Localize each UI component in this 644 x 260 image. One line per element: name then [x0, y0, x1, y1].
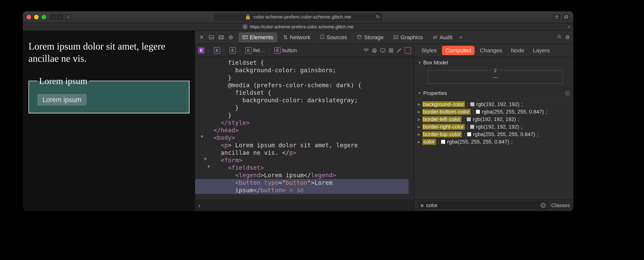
selected-dom-node: <button type="button">Lorem	[195, 179, 408, 186]
tab-audit[interactable]: ⇄ Audit	[429, 32, 456, 42]
computed-properties-list[interactable]: ▶ background-color: rgb(192, 192, 192); …	[414, 99, 573, 199]
url-bar[interactable]: 🔒 color-scheme-prefers-color-scheme.glit…	[214, 13, 382, 21]
svg-rect-4	[565, 16, 568, 18]
devtools-left-icons: ✕	[198, 34, 234, 41]
svg-rect-3	[564, 16, 567, 18]
color-swatch	[476, 110, 480, 114]
devtools-tabstrip: ✕ Elements	[195, 31, 573, 44]
svg-rect-29	[392, 51, 393, 52]
overflow-tabs-button[interactable]: »	[460, 34, 462, 40]
page-fieldset: Lorem ipsum Lorem ipsum	[28, 76, 190, 113]
color-swatch	[470, 125, 474, 129]
lock-icon: 🔒	[245, 14, 251, 20]
close-devtools-button[interactable]: ✕	[198, 34, 205, 41]
svg-rect-20	[364, 49, 368, 50]
paintbrush-icon[interactable]	[397, 47, 401, 54]
prop-row[interactable]: ▶ color: rgba(255, 255, 255, 0.847);	[418, 138, 570, 146]
page-button[interactable]: Lorem ipsum	[37, 94, 87, 106]
tab-elements[interactable]: Elements	[238, 32, 277, 42]
color-swatch	[441, 140, 445, 144]
crumb-1[interactable]: E	[214, 47, 220, 54]
page-viewport: Lorem ipsum dolor sit amet, legere ancil…	[23, 31, 195, 211]
audit-icon: ⇄	[433, 34, 437, 40]
layout-mode-icon[interactable]	[364, 47, 368, 54]
svg-rect-26	[389, 49, 391, 50]
crumb-fieldset[interactable]: Efiel…	[245, 47, 265, 54]
prop-row[interactable]: ▶ border-left-color: rgb(192, 192, 192);	[418, 115, 570, 123]
graphics-icon	[394, 34, 398, 40]
devtools-panel: ✕ Elements	[195, 31, 573, 211]
dom-tree[interactable]: fieldset { background-color: gainsboro; …	[195, 57, 414, 200]
rtab-changes[interactable]: Changes	[476, 46, 506, 55]
settings-gear-icon[interactable]: ⚙	[565, 34, 570, 40]
tab-title[interactable]: https://color-scheme-prefers-color-schem…	[250, 24, 354, 30]
prop-row[interactable]: ▶ border-top-color: rgba(255, 255, 255, …	[418, 131, 570, 138]
search-icon[interactable]	[557, 34, 562, 40]
prop-row[interactable]: ▶ background-color: rgb(192, 192, 192);	[418, 100, 570, 108]
prop-row[interactable]: ▶ border-right-color: rgb(192, 192, 192)…	[418, 123, 570, 131]
prop-row[interactable]: ▶ border-bottom-color: rgba(255, 255, 25…	[418, 108, 570, 115]
page-paragraph: Lorem ipsum dolor sit amet, legere ancil…	[28, 40, 190, 65]
svg-rect-24	[380, 49, 385, 52]
dock-right-icon[interactable]	[218, 34, 224, 41]
svg-rect-27	[392, 49, 393, 50]
tab-favicon: C	[242, 24, 248, 29]
filter-options-icon[interactable]: ≡	[565, 91, 570, 96]
elements-icon	[242, 34, 248, 40]
styles-sidebar: Styles Computed Changes Node Layers ▼ Bo…	[414, 44, 573, 211]
tab-sources[interactable]: Sources	[316, 32, 351, 42]
filter-icon: ◉	[420, 203, 424, 208]
tab-storage[interactable]: Storage	[353, 32, 388, 42]
box-model-header[interactable]: ▼ Box Model	[414, 57, 573, 68]
tab-graphics[interactable]: Graphics	[390, 32, 427, 42]
box-model-diagram: 2 —	[414, 68, 573, 88]
crumb-2[interactable]: E	[230, 47, 236, 54]
window-zoom-button[interactable]	[42, 15, 46, 19]
sidebar-toggle-button[interactable]	[66, 14, 72, 20]
titlebar: ‹ › 🔒 color-scheme-prefers-color-scheme.…	[23, 11, 573, 23]
tab-network[interactable]: ⇅ Network	[279, 32, 314, 42]
dock-bottom-icon[interactable]	[208, 34, 214, 41]
crumb-root[interactable]: E	[198, 47, 204, 54]
crumb-button[interactable]: Ebutton	[274, 47, 297, 54]
toolbar-right	[554, 14, 570, 20]
tabs-overview-button[interactable]	[563, 14, 570, 20]
color-swatch	[470, 102, 474, 106]
console-prompt-icon: ›	[198, 202, 200, 209]
reload-icon[interactable]: ↻	[376, 14, 380, 20]
filter-input-container: ◉ ✕	[418, 201, 548, 210]
traffic-lights	[26, 15, 46, 19]
sources-icon	[320, 34, 324, 40]
svg-rect-8	[220, 36, 222, 38]
right-tabstrip: Styles Computed Changes Node Layers	[414, 44, 573, 57]
window-close-button[interactable]	[26, 15, 31, 19]
console-drawer[interactable]: ›	[195, 200, 414, 211]
color-swatch	[467, 117, 471, 121]
device-icon[interactable]	[380, 47, 385, 54]
disclosure-triangle-icon: ▼	[418, 91, 422, 95]
properties-header[interactable]: ▼ Properties ≡	[414, 88, 573, 99]
composite-border-icon[interactable]	[405, 47, 411, 54]
svg-rect-15	[321, 35, 324, 39]
properties-filter-input[interactable]	[426, 202, 538, 208]
clear-filter-button[interactable]: ✕	[540, 203, 546, 208]
nav-back-button[interactable]: ‹	[50, 14, 56, 20]
grid-view-icon[interactable]	[389, 47, 393, 54]
share-button[interactable]	[554, 14, 560, 20]
print-styles-icon[interactable]	[372, 47, 377, 54]
url-text: color-scheme-prefers-color-scheme.glitch…	[254, 14, 351, 20]
element-picker-icon[interactable]	[228, 34, 234, 41]
rtab-layers[interactable]: Layers	[530, 46, 553, 55]
classes-toggle-button[interactable]: Classes	[551, 202, 570, 208]
new-tab-button[interactable]: ＋	[566, 23, 571, 30]
rtab-node[interactable]: Node	[508, 46, 528, 55]
svg-rect-12	[243, 36, 247, 39]
svg-rect-28	[389, 51, 391, 52]
svg-line-19	[560, 37, 561, 39]
svg-rect-0	[67, 16, 71, 19]
nav-forward-button[interactable]: ›	[56, 14, 63, 20]
rtab-computed[interactable]: Computed	[442, 46, 474, 55]
nav-back-forward: ‹ ›	[50, 14, 63, 20]
rtab-styles[interactable]: Styles	[418, 46, 440, 55]
window-minimize-button[interactable]	[34, 15, 38, 19]
